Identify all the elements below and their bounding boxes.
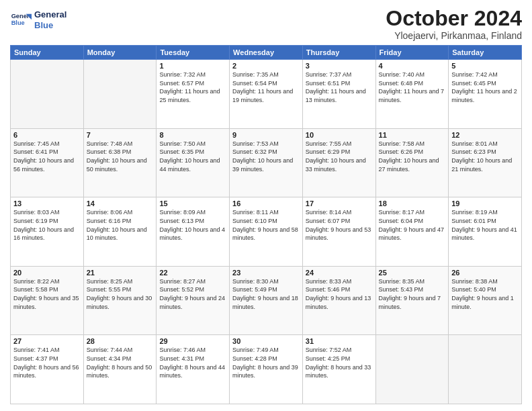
day-info: Sunrise: 7:50 AM Sunset: 6:35 PM Dayligh… bbox=[159, 140, 226, 173]
day-number: 28 bbox=[87, 337, 154, 345]
day-info: Sunrise: 8:30 AM Sunset: 5:49 PM Dayligh… bbox=[232, 277, 300, 311]
day-info: Sunrise: 8:03 AM Sunset: 6:19 PM Dayligh… bbox=[13, 208, 81, 242]
calendar-cell: 22Sunrise: 8:27 AM Sunset: 5:52 PM Dayli… bbox=[157, 266, 230, 335]
header: General Blue General Blue October 2024 Y… bbox=[10, 7, 522, 41]
calendar-table: SundayMondayTuesdayWednesdayThursdayFrid… bbox=[10, 45, 522, 404]
calendar-header-sunday: Sunday bbox=[11, 46, 84, 60]
calendar-cell: 4Sunrise: 7:40 AM Sunset: 6:48 PM Daylig… bbox=[375, 60, 449, 129]
day-info: Sunrise: 7:48 AM Sunset: 6:38 PM Dayligh… bbox=[87, 140, 154, 173]
calendar-cell: 5Sunrise: 7:42 AM Sunset: 6:45 PM Daylig… bbox=[449, 60, 522, 129]
day-number: 6 bbox=[13, 131, 81, 139]
day-number: 22 bbox=[159, 269, 226, 277]
day-info: Sunrise: 7:55 AM Sunset: 6:29 PM Dayligh… bbox=[306, 140, 373, 173]
day-number: 24 bbox=[306, 269, 373, 277]
day-info: Sunrise: 8:22 AM Sunset: 5:58 PM Dayligh… bbox=[13, 277, 81, 311]
calendar-cell: 12Sunrise: 8:01 AM Sunset: 6:23 PM Dayli… bbox=[449, 128, 522, 197]
calendar-cell: 13Sunrise: 8:03 AM Sunset: 6:19 PM Dayli… bbox=[11, 197, 84, 267]
day-info: Sunrise: 7:46 AM Sunset: 4:31 PM Dayligh… bbox=[159, 346, 226, 379]
calendar-cell: 17Sunrise: 8:14 AM Sunset: 6:07 PM Dayli… bbox=[302, 197, 375, 267]
calendar-week-3: 13Sunrise: 8:03 AM Sunset: 6:19 PM Dayli… bbox=[11, 197, 522, 267]
calendar-cell: 20Sunrise: 8:22 AM Sunset: 5:58 PM Dayli… bbox=[11, 266, 84, 335]
day-info: Sunrise: 8:17 AM Sunset: 6:04 PM Dayligh… bbox=[379, 208, 446, 242]
day-number: 10 bbox=[306, 131, 373, 139]
calendar-cell: 29Sunrise: 7:46 AM Sunset: 4:31 PM Dayli… bbox=[157, 335, 230, 404]
calendar-cell: 30Sunrise: 7:49 AM Sunset: 4:28 PM Dayli… bbox=[230, 335, 303, 404]
calendar-cell: 28Sunrise: 7:44 AM Sunset: 4:34 PM Dayli… bbox=[83, 335, 157, 404]
day-number: 11 bbox=[379, 131, 446, 139]
calendar-header-wednesday: Wednesday bbox=[230, 46, 303, 60]
day-number: 27 bbox=[13, 337, 81, 345]
day-info: Sunrise: 7:49 AM Sunset: 4:28 PM Dayligh… bbox=[232, 346, 300, 379]
day-number: 19 bbox=[451, 199, 519, 208]
day-info: Sunrise: 7:58 AM Sunset: 6:26 PM Dayligh… bbox=[379, 140, 446, 173]
calendar-cell: 19Sunrise: 8:19 AM Sunset: 6:01 PM Dayli… bbox=[449, 197, 522, 267]
day-info: Sunrise: 8:06 AM Sunset: 6:16 PM Dayligh… bbox=[87, 208, 154, 242]
calendar-header-monday: Monday bbox=[83, 46, 157, 60]
calendar-header-tuesday: Tuesday bbox=[157, 46, 230, 60]
day-info: Sunrise: 8:35 AM Sunset: 5:43 PM Dayligh… bbox=[379, 277, 446, 311]
page-title: October 2024 bbox=[386, 7, 522, 30]
day-info: Sunrise: 7:35 AM Sunset: 6:54 PM Dayligh… bbox=[232, 71, 300, 104]
calendar-cell: 1Sunrise: 7:32 AM Sunset: 6:57 PM Daylig… bbox=[157, 60, 230, 129]
day-number: 4 bbox=[379, 62, 446, 70]
calendar-cell: 14Sunrise: 8:06 AM Sunset: 6:16 PM Dayli… bbox=[83, 197, 157, 267]
day-number: 8 bbox=[159, 131, 226, 139]
calendar-cell: 25Sunrise: 8:35 AM Sunset: 5:43 PM Dayli… bbox=[375, 266, 449, 335]
day-info: Sunrise: 7:32 AM Sunset: 6:57 PM Dayligh… bbox=[159, 71, 226, 104]
day-info: Sunrise: 7:37 AM Sunset: 6:51 PM Dayligh… bbox=[306, 71, 373, 104]
calendar-cell: 27Sunrise: 7:41 AM Sunset: 4:37 PM Dayli… bbox=[11, 335, 84, 404]
calendar-cell: 3Sunrise: 7:37 AM Sunset: 6:51 PM Daylig… bbox=[302, 60, 375, 129]
day-number: 5 bbox=[451, 62, 519, 70]
calendar-cell bbox=[83, 60, 157, 129]
day-number: 3 bbox=[306, 62, 373, 70]
page: General Blue General Blue October 2024 Y… bbox=[0, 0, 532, 411]
day-number: 7 bbox=[87, 131, 154, 139]
calendar-week-1: 1Sunrise: 7:32 AM Sunset: 6:57 PM Daylig… bbox=[11, 60, 522, 129]
logo-icon: General Blue bbox=[10, 9, 32, 31]
calendar-cell bbox=[375, 335, 449, 404]
calendar-header-thursday: Thursday bbox=[302, 46, 375, 60]
day-info: Sunrise: 8:25 AM Sunset: 5:55 PM Dayligh… bbox=[87, 277, 154, 311]
day-number: 2 bbox=[232, 62, 300, 70]
calendar-cell: 24Sunrise: 8:33 AM Sunset: 5:46 PM Dayli… bbox=[302, 266, 375, 335]
calendar-cell: 11Sunrise: 7:58 AM Sunset: 6:26 PM Dayli… bbox=[375, 128, 449, 197]
calendar-week-4: 20Sunrise: 8:22 AM Sunset: 5:58 PM Dayli… bbox=[11, 266, 522, 335]
day-info: Sunrise: 8:27 AM Sunset: 5:52 PM Dayligh… bbox=[159, 277, 226, 311]
calendar-week-2: 6Sunrise: 7:45 AM Sunset: 6:41 PM Daylig… bbox=[11, 128, 522, 197]
day-number: 18 bbox=[379, 199, 446, 208]
day-info: Sunrise: 7:45 AM Sunset: 6:41 PM Dayligh… bbox=[13, 140, 81, 173]
day-number: 31 bbox=[306, 337, 373, 345]
title-block: October 2024 Yloejaervi, Pirkanmaa, Finl… bbox=[386, 7, 522, 41]
logo-text-blue: Blue bbox=[34, 20, 66, 31]
day-info: Sunrise: 7:41 AM Sunset: 4:37 PM Dayligh… bbox=[13, 346, 81, 379]
day-number: 17 bbox=[306, 199, 373, 208]
day-number: 25 bbox=[379, 269, 446, 277]
calendar-cell: 9Sunrise: 7:53 AM Sunset: 6:32 PM Daylig… bbox=[230, 128, 303, 197]
calendar-cell: 31Sunrise: 7:52 AM Sunset: 4:25 PM Dayli… bbox=[302, 335, 375, 404]
page-subtitle: Yloejaervi, Pirkanmaa, Finland bbox=[386, 30, 522, 41]
day-number: 1 bbox=[159, 62, 226, 70]
day-info: Sunrise: 7:40 AM Sunset: 6:48 PM Dayligh… bbox=[379, 71, 446, 104]
calendar-header-row: SundayMondayTuesdayWednesdayThursdayFrid… bbox=[11, 46, 522, 60]
day-number: 14 bbox=[87, 199, 154, 208]
calendar-cell: 18Sunrise: 8:17 AM Sunset: 6:04 PM Dayli… bbox=[375, 197, 449, 267]
calendar-cell bbox=[449, 335, 522, 404]
day-info: Sunrise: 7:42 AM Sunset: 6:45 PM Dayligh… bbox=[451, 71, 519, 104]
calendar-cell: 21Sunrise: 8:25 AM Sunset: 5:55 PM Dayli… bbox=[83, 266, 157, 335]
calendar-cell: 16Sunrise: 8:11 AM Sunset: 6:10 PM Dayli… bbox=[230, 197, 303, 267]
day-number: 16 bbox=[232, 199, 300, 208]
day-number: 30 bbox=[232, 337, 300, 345]
day-number: 26 bbox=[451, 269, 519, 277]
calendar-cell: 15Sunrise: 8:09 AM Sunset: 6:13 PM Dayli… bbox=[157, 197, 230, 267]
calendar-header-saturday: Saturday bbox=[449, 46, 522, 60]
day-info: Sunrise: 8:14 AM Sunset: 6:07 PM Dayligh… bbox=[306, 208, 373, 242]
calendar-cell: 23Sunrise: 8:30 AM Sunset: 5:49 PM Dayli… bbox=[230, 266, 303, 335]
day-info: Sunrise: 8:09 AM Sunset: 6:13 PM Dayligh… bbox=[159, 208, 226, 242]
day-info: Sunrise: 8:19 AM Sunset: 6:01 PM Dayligh… bbox=[451, 208, 519, 242]
calendar-cell bbox=[11, 60, 84, 129]
day-number: 20 bbox=[13, 269, 81, 277]
day-info: Sunrise: 8:11 AM Sunset: 6:10 PM Dayligh… bbox=[232, 208, 300, 242]
day-number: 21 bbox=[87, 269, 154, 277]
calendar-cell: 2Sunrise: 7:35 AM Sunset: 6:54 PM Daylig… bbox=[230, 60, 303, 129]
calendar-cell: 7Sunrise: 7:48 AM Sunset: 6:38 PM Daylig… bbox=[83, 128, 157, 197]
